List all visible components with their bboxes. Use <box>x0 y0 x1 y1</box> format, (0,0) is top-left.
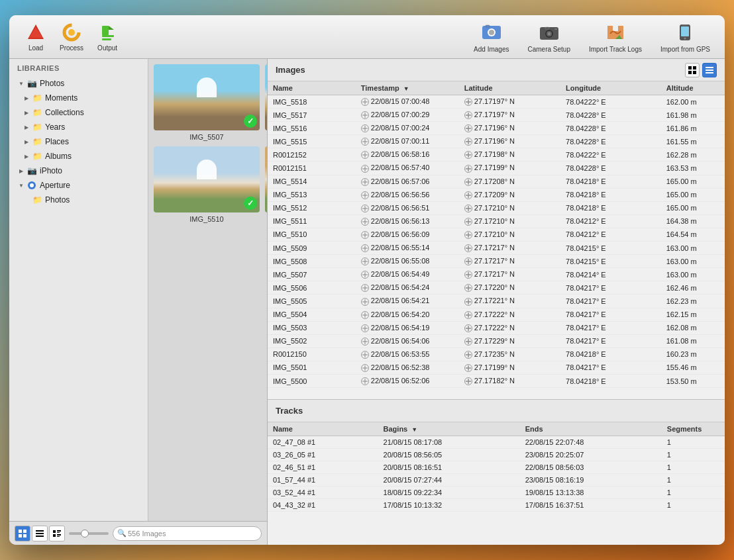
cell-timestamp: 22/08/15 06:54:06 <box>356 334 459 348</box>
photo-thumbnail[interactable]: ✓ <box>154 64 260 130</box>
camera-setup-button[interactable]: Camera Setup <box>523 18 574 56</box>
collections-arrow <box>23 109 30 117</box>
tracks-col-segments[interactable]: Segments <box>662 422 725 436</box>
col-altitude[interactable]: Altitude <box>661 81 725 95</box>
table-row[interactable]: 01_57_44 #1 20/08/15 07:27:44 23/08/15 0… <box>268 474 725 487</box>
cell-segments: 1 <box>662 436 725 449</box>
sidebar-item-moments[interactable]: 📁 Moments <box>12 91 145 105</box>
detail-view-button[interactable] <box>49 526 65 541</box>
sidebar-item-photos[interactable]: 📷 Photos <box>12 76 145 91</box>
table-row[interactable]: R0012150 22/08/15 06:53:55 27.17235° N 7… <box>268 348 725 361</box>
tracks-col-begins[interactable]: Bagins ▼ <box>378 422 520 436</box>
images-list-view-button[interactable] <box>702 63 717 77</box>
table-row[interactable]: IMG_5504 22/08/15 06:54:20 27.17222° N 7… <box>268 308 725 321</box>
table-row[interactable]: IMG_5506 22/08/15 06:54:24 27.17220° N 7… <box>268 281 725 295</box>
table-row[interactable]: R0012151 22/08/15 06:57:40 27.17199° N 7… <box>268 162 725 175</box>
add-images-button[interactable]: Add Images <box>470 18 513 56</box>
zoom-slider[interactable] <box>69 532 109 535</box>
images-table-container[interactable]: Name Timestamp ▼ Latitude Longitude Alti… <box>268 81 725 399</box>
photo-thumbnail[interactable]: ✓ <box>265 146 267 212</box>
table-row[interactable]: IMG_5500 22/08/15 06:52:06 27.17182° N 7… <box>268 374 725 387</box>
table-row[interactable]: IMG_5516 22/08/15 07:00:24 27.17196° N 7… <box>268 122 725 135</box>
sidebar-item-aperture[interactable]: Aperture <box>12 178 145 193</box>
table-row[interactable]: IMG_5514 22/08/15 06:57:06 27.17208° N 7… <box>268 175 725 188</box>
col-longitude[interactable]: Longitude <box>560 81 661 95</box>
photo-label: IMG_5507 <box>189 133 223 141</box>
photo-grid: ✓ IMG_5507 ✓ IMG_5509 <box>148 59 267 521</box>
table-row[interactable]: IMG_5505 22/08/15 06:54:21 27.17221° N 7… <box>268 295 725 308</box>
svg-rect-45 <box>706 72 713 73</box>
col-timestamp[interactable]: Timestamp ▼ <box>356 81 459 95</box>
cell-altitude: 162.00 m <box>661 95 725 109</box>
list-item[interactable]: ✓ IMG_5507 <box>154 64 260 141</box>
import-track-logs-button[interactable]: Import Track Logs <box>585 18 646 56</box>
table-row[interactable]: 04_43_32 #1 17/08/15 10:13:32 17/08/15 1… <box>268 499 725 512</box>
search-icon: 🔍 <box>117 529 127 537</box>
col-name[interactable]: Name <box>268 81 356 95</box>
photos-icon: 📷 <box>26 78 37 89</box>
cell-latitude: 27.17210° N <box>459 214 560 228</box>
table-row[interactable]: IMG_5510 22/08/15 06:56:09 27.17210° N 7… <box>268 228 725 241</box>
list-item[interactable]: ✓ IMG_5510 <box>154 146 260 223</box>
tracks-col-ends[interactable]: Ends <box>520 422 662 436</box>
svg-rect-27 <box>23 530 26 533</box>
sidebar-item-aperture-photos[interactable]: 📁 Photos <box>12 193 145 207</box>
table-row[interactable]: IMG_5512 22/08/15 06:56:51 27.17210° N 7… <box>268 201 725 214</box>
import-from-gps-button[interactable]: Import from GPS <box>656 18 714 56</box>
sidebar-item-years[interactable]: 📁 Years <box>12 120 145 134</box>
cell-ends: 19/08/15 13:13:38 <box>520 487 662 499</box>
sidebar-item-collections[interactable]: 📁 Collections <box>12 105 145 120</box>
table-row[interactable]: IMG_5508 22/08/15 06:55:08 27.17217° N 7… <box>268 255 725 268</box>
tracks-col-name[interactable]: Name <box>268 422 378 436</box>
cell-name: IMG_5508 <box>268 255 356 268</box>
svg-rect-12 <box>486 25 490 27</box>
table-row[interactable]: IMG_5511 22/08/15 06:56:13 27.17210° N 7… <box>268 214 725 228</box>
table-row[interactable]: 02_46_51 #1 20/08/15 08:16:51 22/08/15 0… <box>268 461 725 474</box>
sidebar-item-albums[interactable]: 📁 Albums <box>12 149 145 163</box>
svg-rect-37 <box>57 534 61 536</box>
cell-track-name: 02_47_08 #1 <box>268 436 378 449</box>
list-item[interactable]: ✓ IMG_5512 <box>265 146 267 223</box>
photos-arrow <box>17 79 25 87</box>
load-button[interactable]: Load <box>20 19 52 54</box>
table-row[interactable]: 03_26_05 #1 20/08/15 08:56:05 23/08/15 2… <box>268 449 725 461</box>
table-row[interactable]: IMG_5509 22/08/15 06:55:14 27.17217° N 7… <box>268 242 725 255</box>
grid-view-button[interactable] <box>15 526 30 541</box>
svg-rect-40 <box>693 66 696 70</box>
table-row[interactable]: R0012152 22/08/15 06:58:16 27.17198° N 7… <box>268 148 725 162</box>
list-view-button[interactable] <box>32 526 48 541</box>
table-row[interactable]: IMG_5507 22/08/15 06:54:49 27.17217° N 7… <box>268 268 725 281</box>
photo-thumbnail[interactable]: ✓ <box>154 146 260 212</box>
moments-icon: 📁 <box>32 93 42 103</box>
table-row[interactable]: IMG_5503 22/08/15 06:54:19 27.17222° N 7… <box>268 321 725 334</box>
cell-segments: 1 <box>662 487 725 499</box>
cell-longitude: 78.04218° E <box>560 374 661 387</box>
sidebar-item-iphoto[interactable]: 📷 iPhoto <box>12 163 145 178</box>
photo-thumbnail[interactable]: ✓ <box>265 64 267 130</box>
col-latitude[interactable]: Latitude <box>459 81 560 95</box>
table-row[interactable]: IMG_5501 22/08/15 06:52:38 27.17199° N 7… <box>268 361 725 374</box>
table-row[interactable]: 03_52_44 #1 18/08/15 09:22:34 19/08/15 1… <box>268 487 725 499</box>
list-item[interactable]: ✓ IMG_5509 <box>265 64 267 141</box>
svg-rect-36 <box>53 534 56 537</box>
table-row[interactable]: IMG_5517 22/08/15 07:00:29 27.17197° N 7… <box>268 109 725 122</box>
zoom-slider-thumb[interactable] <box>81 530 89 537</box>
table-row[interactable]: IMG_5515 22/08/15 07:00:11 27.17196° N 7… <box>268 135 725 148</box>
tracks-table-container[interactable]: Name Bagins ▼ Ends Segments 02_47_08 #1 … <box>268 422 725 545</box>
table-row[interactable]: IMG_5502 22/08/15 06:54:06 27.17229° N 7… <box>268 334 725 348</box>
process-button[interactable]: Process <box>54 19 89 54</box>
cell-altitude: 153.50 m <box>661 374 725 387</box>
sidebar-item-places[interactable]: 📁 Places <box>12 134 145 149</box>
table-row[interactable]: IMG_5513 22/08/15 06:56:56 27.17209° N 7… <box>268 188 725 201</box>
output-button[interactable]: Output <box>91 19 123 54</box>
cell-segments: 1 <box>662 474 725 487</box>
table-row[interactable]: IMG_5518 22/08/15 07:00:48 27.17197° N 7… <box>268 95 725 109</box>
svg-marker-1 <box>29 27 42 38</box>
search-box[interactable]: 🔍 556 Images <box>113 526 262 541</box>
cell-latitude: 27.17196° N <box>459 135 560 148</box>
cell-longitude: 78.04218° E <box>560 175 661 188</box>
cell-timestamp: 22/08/15 06:58:16 <box>356 148 459 162</box>
table-row[interactable]: 02_47_08 #1 21/08/15 08:17:08 22/08/15 2… <box>268 436 725 449</box>
images-grid-view-button[interactable] <box>685 63 700 77</box>
cell-name: R0012150 <box>268 348 356 361</box>
